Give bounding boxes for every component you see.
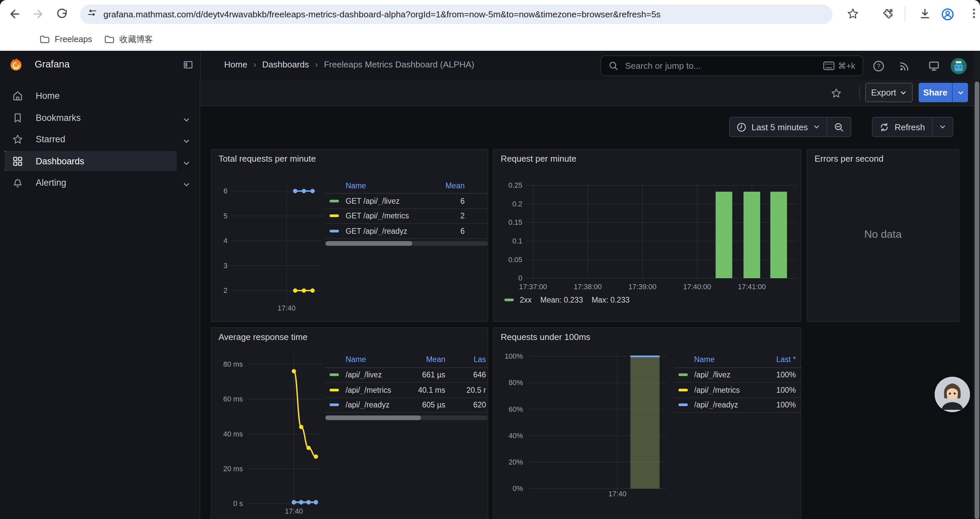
help-icon[interactable]: ? [873, 60, 885, 75]
url-bar[interactable]: grafana.mathmast.com/d/deytv4rwavabkb/fr… [80, 4, 832, 24]
legend-row[interactable]: GET /api/_/readyz6 [325, 224, 487, 239]
site-settings-icon[interactable] [87, 7, 97, 21]
grafana-logo[interactable] [8, 57, 24, 75]
legend-column-value[interactable]: Mean [405, 355, 445, 363]
time-range-button[interactable]: Last 5 minutes [730, 118, 827, 136]
sidebar-item-label: Alerting [36, 178, 66, 188]
svg-text:80%: 80% [508, 378, 523, 386]
sidebar-item-home[interactable]: Home [4, 86, 177, 106]
sidebar-item-label: Dashboards [36, 156, 84, 166]
series-swatch [329, 200, 339, 203]
news-rss-icon[interactable] [899, 60, 911, 75]
breadcrumb-separator: › [253, 59, 256, 69]
legend-row[interactable]: /api/_/metrics100% [673, 383, 802, 398]
legend-row[interactable]: /api/_/readyz605 µs620 [325, 398, 487, 413]
share-button-label[interactable]: Share [919, 83, 952, 102]
sidebar-item-dashboards[interactable]: Dashboards [4, 151, 177, 171]
toolbar-divider [904, 7, 905, 21]
request-per-minute-chart: 0.250.20.150.10.05017:37:0017:38:0017:39… [493, 150, 800, 321]
svg-text:17:40: 17:40 [277, 304, 295, 312]
svg-text:17:39:00: 17:39:00 [628, 283, 656, 291]
series-swatch [329, 404, 339, 406]
url-text[interactable]: grafana.mathmast.com/d/deytv4rwavabkb/fr… [103, 9, 661, 19]
sidebar-item-bookmarks[interactable]: Bookmarks [4, 107, 177, 128]
svg-text:0.2: 0.2 [512, 200, 522, 208]
home-icon [12, 90, 23, 102]
svg-text:0%: 0% [512, 484, 523, 492]
bookmark-folder-blogs[interactable]: 收藏博客 [104, 28, 153, 51]
keyboard-icon [823, 61, 835, 70]
search-input[interactable] [624, 60, 816, 72]
legend-column-value[interactable]: Mean [425, 181, 465, 189]
breadcrumb-dashboards[interactable]: Dashboards [262, 59, 309, 69]
search-box[interactable]: ⌘+k [600, 56, 863, 76]
browser-menu-icon[interactable] [968, 7, 980, 21]
legend-row[interactable]: /api/_/livez661 µs646 [325, 368, 487, 383]
forward-icon[interactable] [31, 7, 45, 21]
clock-icon [736, 122, 746, 132]
search-shortcut: ⌘+k [816, 61, 855, 71]
assistant-avatar[interactable] [934, 376, 970, 412]
legend-column-name[interactable]: Name [345, 355, 405, 363]
legend-row[interactable]: /api/_/readyz100% [673, 398, 802, 413]
legend-row[interactable]: GET /api/_/metrics2 [325, 209, 487, 224]
legend-row[interactable]: /api/_/metrics40.1 ms20.5 r [325, 383, 487, 398]
legend-stat: Max: 0.233 [592, 296, 630, 304]
legend-column-name[interactable]: Name [694, 355, 756, 363]
refresh-picker[interactable]: Refresh [872, 117, 953, 137]
legend-column-name[interactable]: Name [345, 181, 425, 189]
breadcrumb-home[interactable]: Home [224, 59, 247, 69]
chevron-down-icon[interactable] [183, 136, 190, 148]
panel-requests-under-100ms: 100%80%60%40%20%0%17:40 Requests under 1… [493, 327, 801, 519]
legend-column-value[interactable]: Las [445, 355, 486, 363]
svg-text:17:40: 17:40 [285, 507, 302, 515]
panel-title[interactable]: Requests under 100ms [501, 332, 590, 342]
breadcrumb: Home › Dashboards › Freeleaps Metrics Da… [224, 59, 474, 69]
chevron-down-icon [900, 89, 907, 96]
legend-row[interactable]: /api/_/livez100% [673, 368, 802, 383]
back-icon[interactable] [8, 7, 21, 21]
share-dropdown-button[interactable] [952, 83, 968, 102]
sidebar-item-label: Bookmarks [36, 113, 81, 123]
reload-icon[interactable] [56, 7, 69, 21]
panel-errors-per-second: Errors per second No data [807, 149, 959, 322]
series-swatch [329, 389, 339, 391]
nav-divider [200, 51, 201, 79]
share-button[interactable]: Share [919, 83, 968, 102]
grafana-brand[interactable]: Grafana [35, 59, 70, 69]
bookmark-folder-freeleaps[interactable]: Freeleaps [39, 28, 92, 51]
page-scrollbar-thumb[interactable] [974, 81, 979, 519]
refresh-interval-dropdown[interactable] [932, 118, 952, 136]
legend-row[interactable]: GET /api/_/livez6 [325, 194, 487, 209]
svg-text:0.25: 0.25 [508, 181, 522, 189]
chevron-down-icon [813, 124, 820, 130]
time-range-picker[interactable]: Last 5 minutes [729, 117, 851, 137]
monitor-icon[interactable] [928, 60, 940, 75]
dock-sidebar-icon[interactable] [183, 59, 194, 73]
chart-legend[interactable]: 2xxMean: 0.233Max: 0.233 [504, 296, 630, 304]
zoom-out-button[interactable] [827, 118, 851, 136]
legend-scrollbar[interactable] [325, 415, 487, 420]
sidebar-item-starred[interactable]: Starred [4, 129, 177, 149]
panel-title[interactable]: Average response time [218, 332, 307, 342]
downloads-icon[interactable] [919, 7, 932, 21]
profile-icon[interactable] [941, 7, 954, 21]
panel-title[interactable]: Request per minute [501, 153, 576, 164]
legend-series-label[interactable]: 2xx [520, 296, 532, 304]
bookmark-star-icon[interactable] [846, 7, 860, 21]
refresh-button[interactable]: Refresh [873, 118, 932, 136]
panel-title[interactable]: Total requests per minute [218, 153, 316, 164]
series-swatch [678, 389, 687, 391]
extensions-icon[interactable] [881, 7, 895, 21]
export-button[interactable]: Export [865, 83, 913, 102]
chevron-down-icon[interactable] [183, 157, 190, 169]
legend-scrollbar[interactable] [325, 241, 487, 246]
chevron-down-icon[interactable] [183, 179, 190, 191]
panel-title[interactable]: Errors per second [815, 153, 884, 164]
favorite-star-icon[interactable] [830, 87, 842, 101]
folder-icon [104, 34, 115, 45]
legend-column-value[interactable]: Last * [756, 355, 796, 363]
user-avatar[interactable] [951, 58, 967, 74]
sidebar-item-alerting[interactable]: Alerting [4, 172, 177, 193]
chevron-down-icon[interactable] [183, 114, 190, 126]
